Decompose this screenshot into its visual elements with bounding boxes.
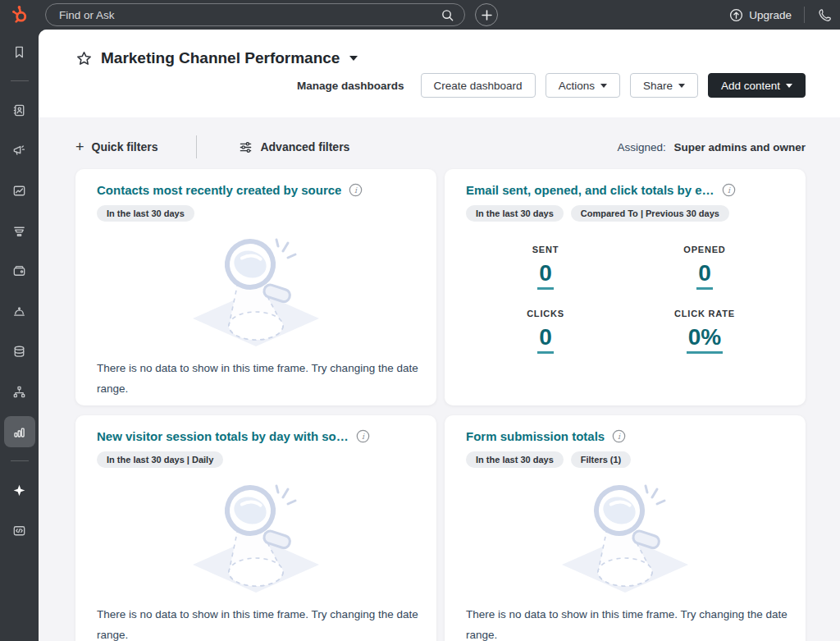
sidebar-divider <box>11 460 29 461</box>
date-range-badge: In the last 30 days | Daily <box>97 451 223 468</box>
metric-label: CLICKS <box>527 309 564 318</box>
assigned-info: Assigned: Super admins and owner <box>617 141 806 153</box>
sparkle-icon <box>11 483 27 498</box>
metric-opened: OPENED 0 <box>683 245 725 290</box>
empty-state-illustration <box>97 231 415 348</box>
info-icon[interactable]: i <box>722 183 736 197</box>
info-icon[interactable]: i <box>349 183 363 197</box>
bar-chart-icon <box>11 424 27 440</box>
metric-clicks: CLICKS 0 <box>527 309 564 354</box>
dashboard-picker-caret-icon[interactable] <box>349 56 358 61</box>
metric-label: SENT <box>532 245 559 254</box>
dashboard-body: + Quick filters <box>39 117 840 641</box>
sidebar-item-contacts[interactable] <box>4 94 35 126</box>
sidebar <box>0 30 39 641</box>
sidebar-item-reporting[interactable] <box>4 416 35 447</box>
workflow-icon <box>11 384 27 400</box>
phone-icon[interactable] <box>817 7 832 22</box>
empty-state-text: There is no data to show in this time fr… <box>97 605 425 641</box>
sidebar-item-developer[interactable] <box>4 515 35 546</box>
metric-value[interactable]: 0 <box>537 260 554 290</box>
sidebar-item-service[interactable] <box>4 295 35 327</box>
metric-value[interactable]: 0 <box>537 324 554 354</box>
svg-text:i: i <box>728 185 731 195</box>
image-chart-icon <box>11 183 27 199</box>
share-label: Share <box>643 80 673 92</box>
card-title[interactable]: Form submission totals <box>466 429 605 443</box>
sliders-icon <box>239 140 253 154</box>
sidebar-item-sales[interactable] <box>4 215 35 246</box>
card-title[interactable]: Email sent, opened, and click totals by … <box>466 183 714 197</box>
upgrade-label: Upgrade <box>749 9 792 21</box>
dashboard-actions: Manage dashboards Create dashboard Actio… <box>75 73 806 98</box>
actions-button[interactable]: Actions <box>546 73 620 98</box>
plus-icon <box>482 10 492 21</box>
date-range-badge: In the last 30 days <box>97 205 194 222</box>
filter-divider <box>196 135 197 158</box>
filters-badge: Filters (1) <box>571 451 632 468</box>
date-range-badge: In the last 30 days <box>466 205 564 222</box>
upgrade-icon <box>729 8 743 22</box>
report-card-email-totals: Email sent, opened, and click totals by … <box>445 169 806 405</box>
metric-value[interactable]: 0% <box>687 324 723 354</box>
contacts-icon <box>11 103 27 118</box>
quick-filters-label: Quick filters <box>92 140 158 153</box>
code-icon <box>11 523 27 538</box>
upgrade-button[interactable]: Upgrade <box>729 8 792 22</box>
sidebar-item-content[interactable] <box>4 175 35 206</box>
sidebar-item-data[interactable] <box>4 336 35 367</box>
metric-label: CLICK RATE <box>674 309 735 318</box>
hubspot-sprocket-icon <box>9 4 30 25</box>
metric-click-rate: CLICK RATE 0% <box>674 309 735 354</box>
funnel-icon <box>11 223 27 239</box>
sidebar-item-commerce[interactable] <box>4 255 35 286</box>
assigned-value: Super admins and owner <box>673 141 806 153</box>
dashboard-header: Marketing Channel Performance Manage das… <box>39 30 840 117</box>
card-title[interactable]: Contacts most recently created by source <box>97 183 341 197</box>
advanced-filters-button[interactable]: Advanced filters <box>239 140 349 154</box>
report-card-form-submissions: Form submission totals i In the last 30 … <box>445 415 806 641</box>
metric-sent: SENT 0 <box>532 245 559 290</box>
sidebar-item-ai[interactable] <box>4 474 35 506</box>
empty-state-text: There is no data to show in this time fr… <box>97 359 425 400</box>
body: Marketing Channel Performance Manage das… <box>0 30 840 641</box>
report-card-contacts-by-source: Contacts most recently created by source… <box>75 169 436 405</box>
sidebar-item-bookmarks[interactable] <box>4 36 35 67</box>
bookmark-icon <box>11 44 27 60</box>
bell-icon <box>11 304 27 319</box>
filter-bar: + Quick filters <box>75 135 806 158</box>
add-content-button[interactable]: Add content <box>708 73 806 98</box>
search-input[interactable] <box>45 3 465 26</box>
empty-state-text: There is no data to show in this time fr… <box>466 605 794 641</box>
metric-value[interactable]: 0 <box>696 260 713 290</box>
hubspot-logo[interactable] <box>0 4 39 25</box>
actions-label: Actions <box>559 80 595 92</box>
sidebar-divider <box>11 80 29 81</box>
search-field[interactable] <box>59 9 441 21</box>
topbar-divider <box>804 7 805 23</box>
sidebar-item-marketing[interactable] <box>4 135 35 166</box>
megaphone-icon <box>11 143 27 158</box>
info-icon[interactable]: i <box>612 429 626 443</box>
share-button[interactable]: Share <box>630 73 698 98</box>
metrics-grid: SENT 0 OPENED 0 CLICKS 0 <box>466 245 784 354</box>
create-dashboard-button[interactable]: Create dashboard <box>421 73 536 98</box>
metric-label: OPENED <box>683 245 725 254</box>
sidebar-item-automations[interactable] <box>4 376 35 407</box>
plus-icon: + <box>75 140 84 154</box>
empty-state-illustration <box>466 478 784 594</box>
date-range-badge: In the last 30 days <box>466 451 564 468</box>
caret-down-icon <box>600 84 607 88</box>
manage-dashboards-link[interactable]: Manage dashboards <box>297 80 404 92</box>
favorite-star-icon[interactable] <box>75 50 93 67</box>
create-new-button[interactable] <box>475 3 498 26</box>
advanced-filters-label: Advanced filters <box>260 140 349 153</box>
caret-down-icon <box>678 84 685 88</box>
topbar-right: Upgrade <box>729 7 840 23</box>
quick-filters-button[interactable]: + Quick filters <box>75 140 158 154</box>
info-icon[interactable]: i <box>356 429 370 443</box>
svg-text:i: i <box>618 432 621 441</box>
card-title[interactable]: New visitor session totals by day with s… <box>97 429 349 443</box>
cards-grid: Contacts most recently created by source… <box>75 169 806 641</box>
search-icon <box>441 8 454 22</box>
